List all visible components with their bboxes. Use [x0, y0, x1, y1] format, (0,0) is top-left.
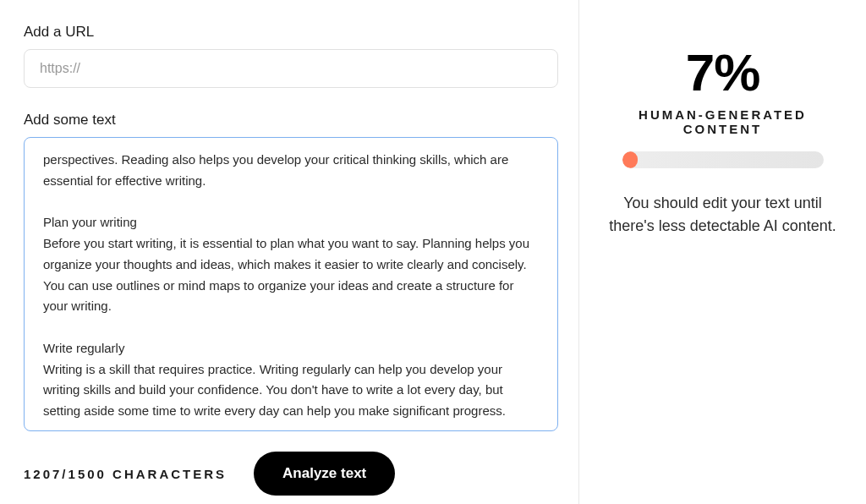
result-percentage: 7% — [686, 42, 760, 102]
analyze-button[interactable]: Analyze text — [254, 452, 395, 496]
url-input[interactable] — [24, 49, 558, 88]
text-label: Add some text — [24, 112, 578, 129]
action-row: 1207/1500 CHARACTERS Analyze text — [24, 452, 578, 496]
input-panel: Add a URL Add some text 1207/1500 CHARAC… — [0, 0, 578, 504]
progress-bar — [622, 151, 824, 168]
progress-fill — [622, 151, 638, 168]
url-label: Add a URL — [24, 24, 578, 41]
character-counter: 1207/1500 CHARACTERS — [24, 467, 227, 481]
text-area-container — [24, 137, 558, 431]
text-input[interactable] — [43, 150, 551, 419]
result-label: HUMAN-GENERATED CONTENT — [603, 107, 842, 136]
result-panel: 7% HUMAN-GENERATED CONTENT You should ed… — [579, 0, 866, 504]
result-advice: You should edit your text until there's … — [609, 192, 837, 238]
